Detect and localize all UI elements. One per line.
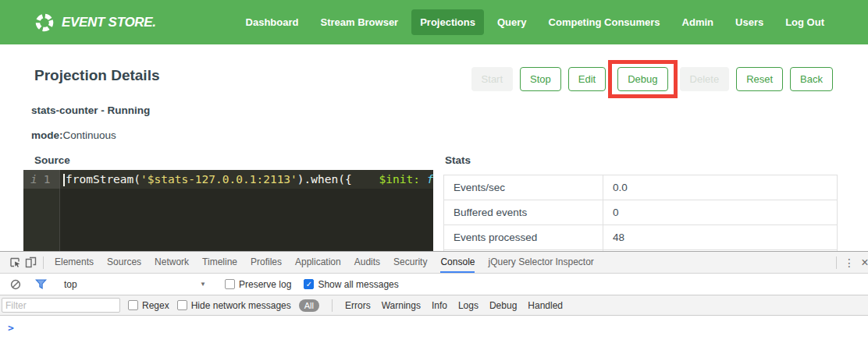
console-prompt: > xyxy=(8,322,14,334)
toolbar-checkboxes: Preserve log✓Show all messages xyxy=(225,279,399,290)
stats-heading: Stats xyxy=(445,154,838,166)
filter-checkboxes: RegexHide network messages xyxy=(128,300,291,311)
action-buttons: StartStopEditDebugDeleteResetBack xyxy=(471,60,833,98)
top-navbar: EVENT STORE. DashboardStream BrowserProj… xyxy=(0,0,868,44)
devtools-tab-network[interactable]: Network xyxy=(155,252,189,273)
chevron-down-icon: ▼ xyxy=(200,281,206,288)
devtools-tab-security[interactable]: Security xyxy=(393,252,427,273)
checkbox-regex[interactable] xyxy=(128,300,138,310)
console-filter-bar: RegexHide network messages All ErrorsWar… xyxy=(0,295,868,316)
edit-button[interactable]: Edit xyxy=(568,67,606,91)
devtools-close-icon[interactable]: × xyxy=(857,256,868,270)
filter-input[interactable] xyxy=(2,298,120,313)
level-filter-errors[interactable]: Errors xyxy=(345,300,371,311)
nav-item-admin[interactable]: Admin xyxy=(674,9,722,35)
separator xyxy=(836,256,837,269)
devtools-tab-jquery-selector-inspector[interactable]: jQuery Selector Inspector xyxy=(488,252,593,273)
nav-item-users[interactable]: Users xyxy=(727,9,772,35)
frame-context-selector[interactable]: top ▼ xyxy=(64,279,206,290)
code-token-keyword: $init: xyxy=(379,173,420,186)
devtools-tab-profiles[interactable]: Profiles xyxy=(251,252,282,273)
nav-item-stream-browser[interactable]: Stream Browser xyxy=(311,9,407,35)
devtools-tab-console[interactable]: Console xyxy=(440,252,475,273)
devtools-tabbar: ElementsSourcesNetworkTimelineProfilesAp… xyxy=(0,252,868,274)
stop-button[interactable]: Stop xyxy=(520,67,561,91)
level-filter-info[interactable]: Info xyxy=(432,300,447,311)
separator xyxy=(43,256,44,269)
stats-row: Events/sec0.0 xyxy=(444,175,838,200)
level-badge-all[interactable]: All xyxy=(299,299,319,312)
nav-item-competing-consumers[interactable]: Competing Consumers xyxy=(540,9,669,35)
toolbar-checkbox-label-show-all-messages: Show all messages xyxy=(318,279,398,290)
devtools-tabbar-right: ⋮ × xyxy=(831,252,868,273)
device-toolbar-icon[interactable] xyxy=(23,252,38,273)
inspect-element-icon[interactable] xyxy=(7,252,23,273)
code-token-type: fu xyxy=(427,173,433,186)
console-output[interactable]: > xyxy=(0,316,868,334)
stat-value: 48 xyxy=(603,225,838,250)
level-filter-debug[interactable]: Debug xyxy=(489,300,517,311)
debug-highlight-annotation: Debug xyxy=(608,60,677,98)
checkbox-preserve-log[interactable] xyxy=(225,279,235,289)
code-token-plain: ).when({ xyxy=(297,173,352,186)
frame-context-value: top xyxy=(64,279,77,290)
brand-text: EVENT STORE. xyxy=(62,15,156,30)
toolbar-checkbox-label-preserve-log: Preserve log xyxy=(239,279,291,290)
filter-checkbox-label-hide-network-messages: Hide network messages xyxy=(191,300,291,311)
mode-label: mode: xyxy=(31,129,63,141)
code-token-string: '$stats-127.0.0.1:2113' xyxy=(141,173,297,186)
filter-funnel-icon[interactable] xyxy=(33,279,48,289)
console-toolbar: top ▼ Preserve log✓Show all messages xyxy=(0,274,868,295)
projection-status: stats-counter - Running xyxy=(31,104,868,116)
debug-button[interactable]: Debug xyxy=(617,67,667,91)
reset-button[interactable]: Reset xyxy=(736,67,783,91)
eventstore-logo-icon xyxy=(34,12,55,33)
delete-button: Delete xyxy=(680,67,730,91)
nav-item-dashboard[interactable]: Dashboard xyxy=(237,9,308,35)
devtools-menu-icon[interactable]: ⋮ xyxy=(841,256,857,269)
nav-item-log-out[interactable]: Log Out xyxy=(777,9,833,35)
toolbar-checkbox-show-all-messages[interactable]: ✓Show all messages xyxy=(304,279,398,290)
devtools-tab-application[interactable]: Application xyxy=(295,252,341,273)
stat-label: Buffered events xyxy=(444,200,603,225)
stats-row: Events processed48 xyxy=(444,225,838,250)
devtools-tabs: ElementsSourcesNetworkTimelineProfilesAp… xyxy=(55,252,594,273)
line-number: 1 xyxy=(44,173,51,186)
devtools-tab-audits[interactable]: Audits xyxy=(354,252,380,273)
stat-label: Events/sec xyxy=(444,175,603,200)
stat-value: 0 xyxy=(603,200,838,225)
source-heading: Source xyxy=(34,154,433,166)
level-filter-warnings[interactable]: Warnings xyxy=(382,300,421,311)
gutter-annotation-icon: i xyxy=(30,173,37,186)
level-filters: ErrorsWarningsInfoLogsDebugHandled xyxy=(345,300,563,311)
checkbox-hide-network-messages[interactable] xyxy=(177,300,187,310)
stats-row: Buffered events0 xyxy=(444,200,838,225)
toolbar-checkbox-preserve-log[interactable]: Preserve log xyxy=(225,279,291,290)
back-button[interactable]: Back xyxy=(790,67,833,91)
code-token-plain xyxy=(420,173,427,186)
filter-checkbox-regex[interactable]: Regex xyxy=(128,300,169,311)
line-gutter: i1 xyxy=(23,170,59,189)
brand[interactable]: EVENT STORE. xyxy=(34,12,156,33)
clear-console-icon[interactable] xyxy=(8,279,23,290)
stat-label: Events processed xyxy=(444,225,603,250)
source-section: Source i1 fromStream('$stats-127.0.0.1:2… xyxy=(23,154,433,263)
devtools-tab-elements[interactable]: Elements xyxy=(55,252,94,273)
devtools-tab-timeline[interactable]: Timeline xyxy=(202,252,237,273)
filter-checkbox-hide-network-messages[interactable]: Hide network messages xyxy=(177,300,291,311)
stat-value: 0.0 xyxy=(603,175,838,200)
nav-item-projections[interactable]: Projections xyxy=(411,9,484,35)
devtools-panel: ElementsSourcesNetworkTimelineProfilesAp… xyxy=(0,251,868,343)
start-button: Start xyxy=(471,67,513,91)
devtools-tab-sources[interactable]: Sources xyxy=(107,252,141,273)
mode-value: Continuous xyxy=(63,129,116,141)
checkbox-show-all-messages[interactable]: ✓ xyxy=(304,279,314,289)
code-token-plain xyxy=(352,173,379,186)
projection-mode: mode:Continuous xyxy=(31,129,868,141)
level-filter-logs[interactable]: Logs xyxy=(458,300,478,311)
level-filter-handled[interactable]: Handled xyxy=(528,300,563,311)
nav-item-query[interactable]: Query xyxy=(489,9,535,35)
nav-items: DashboardStream BrowserProjectionsQueryC… xyxy=(237,9,833,35)
text-cursor xyxy=(63,174,65,186)
source-code-editor[interactable]: i1 fromStream('$stats-127.0.0.1:2113').w… xyxy=(23,170,433,263)
